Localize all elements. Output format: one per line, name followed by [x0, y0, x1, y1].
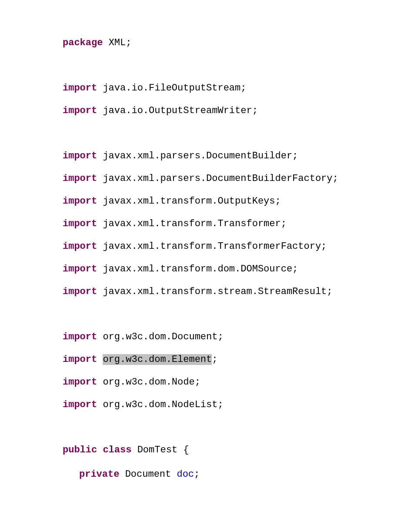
space: [97, 399, 103, 410]
keyword-class: class: [103, 445, 131, 455]
import-path: org.w3c.dom.Document: [103, 331, 217, 342]
import-line: import java.io.OutputStreamWriter;: [63, 106, 411, 116]
import-line: import java.io.FileOutputStream;: [63, 84, 411, 93]
keyword-import: import: [63, 83, 97, 94]
import-path-highlighted: org.w3c.dom.Element: [103, 354, 212, 365]
open-brace: {: [183, 445, 189, 455]
keyword-import: import: [63, 399, 97, 410]
import-line: import javax.xml.transform.Transformer;: [63, 219, 411, 229]
keyword-import: import: [63, 196, 97, 207]
semicolon: ;: [217, 399, 223, 410]
import-path: javax.xml.transform.TransformerFactory: [103, 241, 321, 252]
blank-line: [63, 423, 411, 445]
import-path: java.io.FileOutputStream: [103, 83, 241, 94]
keyword-import: import: [63, 377, 97, 388]
keyword-import: import: [63, 241, 97, 252]
space: [97, 445, 103, 455]
package-name: XML: [109, 37, 126, 48]
semicolon: ;: [327, 286, 332, 297]
keyword-import: import: [63, 173, 97, 184]
blank-line: [63, 310, 411, 332]
class-name: DomTest: [137, 445, 177, 455]
space: [97, 151, 103, 161]
semicolon: ;: [241, 83, 246, 94]
semicolon: ;: [321, 241, 327, 252]
space: [97, 105, 103, 116]
space: [97, 354, 103, 365]
package-declaration: package XML;: [63, 38, 411, 48]
space: [97, 218, 103, 229]
keyword-import: import: [63, 151, 97, 161]
keyword-import: import: [63, 354, 97, 365]
field-name: doc: [177, 469, 194, 480]
import-path: org.w3c.dom.NodeList: [103, 399, 217, 410]
import-path: javax.xml.parsers.DocumentBuilder: [103, 151, 292, 161]
keyword-import: import: [63, 218, 97, 229]
blank-line: [63, 129, 411, 151]
code-page: package XML; import java.io.FileOutputSt…: [0, 0, 411, 479]
import-path: javax.xml.transform.stream.StreamResult: [103, 286, 327, 297]
semicolon: ;: [281, 218, 287, 229]
keyword-private: private: [79, 469, 119, 480]
space: [103, 37, 108, 48]
import-path: javax.xml.parsers.DocumentBuilderFactory: [103, 173, 332, 184]
import-line: import org.w3c.dom.NodeList;: [63, 400, 411, 410]
field-type: Document: [125, 469, 171, 480]
keyword-import: import: [63, 264, 97, 274]
space: [97, 331, 103, 342]
import-line: import javax.xml.transform.OutputKeys;: [63, 197, 411, 206]
import-path: javax.xml.transform.OutputKeys: [103, 196, 275, 207]
space: [97, 264, 103, 274]
keyword-import: import: [63, 286, 97, 297]
import-line: import javax.xml.transform.TransformerFa…: [63, 242, 411, 251]
keyword-public: public: [63, 445, 97, 455]
semicolon: ;: [252, 105, 258, 116]
import-line: import javax.xml.transform.dom.DOMSource…: [63, 264, 411, 274]
semicolon: ;: [275, 196, 281, 207]
semicolon: ;: [126, 37, 131, 48]
keyword-package: package: [63, 37, 103, 48]
import-line: import javax.xml.parsers.DocumentBuilder…: [63, 174, 411, 184]
semicolon: ;: [333, 173, 338, 184]
space: [97, 286, 103, 297]
space: [97, 241, 103, 252]
semicolon: ;: [292, 264, 298, 274]
import-line: import javax.xml.transform.stream.Stream…: [63, 287, 411, 297]
keyword-import: import: [63, 105, 97, 116]
semicolon: ;: [292, 151, 298, 161]
space: [97, 173, 103, 184]
import-line-highlighted: import org.w3c.dom.Element;: [63, 355, 411, 365]
semicolon: ;: [195, 377, 200, 388]
space: [131, 445, 137, 455]
space: [171, 469, 177, 480]
import-path: java.io.OutputStreamWriter: [103, 105, 252, 116]
import-path: javax.xml.transform.Transformer: [103, 218, 281, 229]
semicolon: ;: [212, 354, 217, 365]
blank-line: [63, 61, 411, 84]
space: [97, 196, 103, 207]
semicolon: ;: [194, 469, 200, 480]
import-line: import javax.xml.parsers.DocumentBuilder…: [63, 151, 411, 161]
keyword-import: import: [63, 331, 97, 342]
space: [177, 445, 183, 455]
import-path: org.w3c.dom.Node: [103, 377, 194, 388]
space: [97, 377, 103, 388]
import-line: import org.w3c.dom.Document;: [63, 332, 411, 342]
import-line: import org.w3c.dom.Node;: [63, 378, 411, 387]
class-declaration: public class DomTest {: [63, 445, 411, 455]
semicolon: ;: [217, 331, 223, 342]
field-declaration: private Document doc;: [63, 470, 411, 479]
space: [119, 469, 125, 480]
space: [97, 83, 103, 94]
import-path: javax.xml.transform.dom.DOMSource: [103, 264, 292, 274]
